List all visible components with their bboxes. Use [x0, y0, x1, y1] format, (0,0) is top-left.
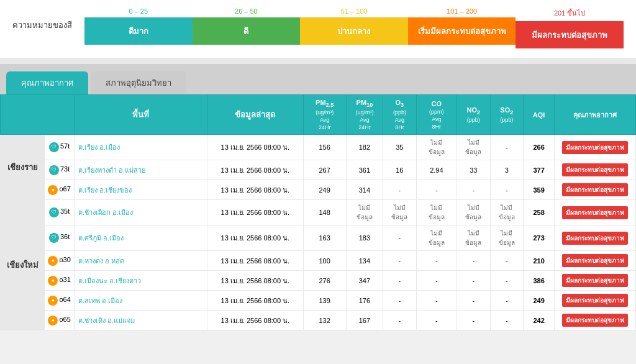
tab-item[interactable]: คุณภาพอากาศ	[6, 71, 88, 94]
quality-badge: มีผลกระทบต่อสุขภาพ	[562, 141, 628, 154]
aqi-cell: 258	[524, 200, 555, 225]
place-link[interactable]: ต.หางดง อ.หอด	[78, 257, 124, 265]
no-data: ไม่มีข้อมูล	[391, 204, 407, 221]
no-data: ไม่มีข้อมูล	[465, 204, 481, 221]
datetime-cell: 13 เม.ย. 2566 08:00 น.	[207, 311, 304, 330]
station-code: o31	[59, 276, 70, 283]
station-code: o64	[59, 296, 70, 303]
datetime-cell: 13 เม.ย. 2566 08:00 น.	[207, 291, 304, 311]
data-table: พื้นที่ ข้อมูลล่าสุด PM2.5(ug/m³)Avg24Hr…	[0, 94, 636, 330]
quality-badge: มีผลกระทบต่อสุขภาพ	[562, 274, 628, 287]
no-data: ไม่มีข้อมูล	[429, 204, 445, 221]
quality-badge: มีผลกระทบต่อสุขภาพ	[562, 254, 628, 267]
legend-range-label: 0 – 25	[129, 7, 148, 15]
table-row: เชียงราย🛡57tต.เรียง อ.เมือง13 เม.ย. 2566…	[1, 135, 636, 160]
station-icon: ●	[48, 256, 58, 266]
station-code: 57t	[60, 142, 70, 150]
table-row: 🛡73tต.เรียงทางดำ อ.แม่สาย13 เม.ย. 2566 0…	[1, 160, 636, 180]
station-code-cell: ●o64	[45, 291, 75, 311]
o3-cell: -	[383, 311, 417, 330]
place-cell[interactable]: ต.ศรีภูมิ อ.เมือง	[74, 225, 207, 251]
so2-cell: ไม่มีข้อมูล	[490, 225, 524, 251]
place-link[interactable]: ต.ช่างเดิง อ.แม่แจม	[78, 317, 135, 324]
datetime-cell: 13 เม.ย. 2566 08:00 น.	[207, 160, 304, 180]
pm25-cell: 267	[303, 160, 346, 180]
station-code-cell: 🛡57t	[45, 135, 75, 160]
datetime-cell: 13 เม.ย. 2566 08:00 น.	[207, 135, 304, 160]
legend-item: 201 ขึ้นไปมีผลกระทบต่อสุขภาพ	[516, 7, 624, 48]
quality-badge: มีผลกระทบต่อสุขภาพ	[562, 206, 628, 219]
station-code-cell: ●o67	[45, 180, 75, 200]
no2-cell: ไม่มีข้อมูล	[457, 135, 491, 160]
no2-cell: -	[457, 251, 491, 271]
place-link[interactable]: ต.เรียงทางดำ อ.แม่สาย	[78, 166, 145, 174]
no-data: ไม่มีข้อมูล	[499, 204, 515, 221]
aqi-cell: 242	[524, 311, 555, 330]
pm10-cell: 314	[346, 180, 383, 200]
header-co: CO(ppm)Avg8Hr	[416, 95, 457, 135]
place-link[interactable]: ต.สเทพ อ.เมือง	[78, 297, 122, 304]
header-place-name: พื้นที่	[74, 95, 207, 135]
place-cell[interactable]: ต.หางดง อ.หอด	[74, 251, 207, 271]
station-code: 35t	[60, 207, 70, 215]
co-cell: -	[416, 251, 457, 271]
station-code-cell: 🛡36t	[45, 225, 75, 251]
place-cell[interactable]: ต.ช้างเผือก อ.เมือง	[74, 200, 207, 225]
datetime-cell: 13 เม.ย. 2566 08:00 น.	[207, 271, 304, 291]
o3-cell: -	[383, 271, 417, 291]
legend-items: 0 – 25ดีมาก26 – 50ดี51 – 100ปานกลาง101 –…	[84, 7, 624, 48]
place-cell[interactable]: ต.สเทพ อ.เมือง	[74, 291, 207, 311]
station-code-cell: ●o31	[45, 271, 75, 291]
station-code-cell: ●o30	[45, 251, 75, 271]
header-o3: O3(ppb)Avg8Hr	[383, 95, 417, 135]
quality-cell: มีผลกระทบต่อสุขภาพ	[555, 225, 636, 251]
pm10-cell: 347	[346, 271, 383, 291]
place-link[interactable]: ต.เรียง อ.เมือง	[78, 143, 120, 151]
o3-cell: ไม่มีข้อมูล	[383, 200, 417, 225]
quality-cell: มีผลกระทบต่อสุขภาพ	[555, 271, 636, 291]
place-link[interactable]: ต.ช้างเผือก อ.เมือง	[78, 209, 133, 216]
pm10-cell: 134	[346, 251, 383, 271]
station-code-cell: 🛡73t	[45, 160, 75, 180]
aqi-cell: 377	[524, 160, 555, 180]
quality-cell: มีผลกระทบต่อสุขภาพ	[555, 251, 636, 271]
legend-item: 0 – 25ดีมาก	[84, 7, 193, 48]
pm25-cell: 249	[303, 180, 346, 200]
place-cell[interactable]: ต.เรียงทางดำ อ.แม่สาย	[74, 160, 207, 180]
datetime-cell: 13 เม.ย. 2566 08:00 น.	[207, 225, 304, 251]
no2-cell: -	[457, 291, 491, 311]
legend-range-label: 201 ขึ้นไป	[554, 7, 585, 19]
o3-cell: 16	[383, 160, 417, 180]
place-cell[interactable]: ต.เรียง อ.เชียงของ	[74, 180, 207, 200]
o3-cell: -	[383, 225, 417, 251]
place-link[interactable]: ต.เมืองนะ อ.เชียงดาว	[78, 277, 141, 284]
place-cell[interactable]: ต.เรียง อ.เมือง	[74, 135, 207, 160]
header-quality: คุณภาพอากาศ	[555, 95, 636, 135]
quality-cell: มีผลกระทบต่อสุขภาพ	[555, 135, 636, 160]
legend-color-box: เริ่มมีผลกระทบต่อสุขภาพ	[408, 17, 516, 45]
quality-badge: มีผลกระทบต่อสุขภาพ	[562, 314, 628, 327]
aqi-cell: 266	[524, 135, 555, 160]
region-cell: เชียงราย	[1, 135, 45, 200]
pm25-cell: 100	[303, 251, 346, 271]
so2-cell: -	[490, 180, 524, 200]
quality-badge: มีผลกระทบต่อสุขภาพ	[562, 294, 628, 307]
so2-cell: 3	[490, 160, 524, 180]
place-cell[interactable]: ต.เมืองนะ อ.เชียงดาว	[74, 271, 207, 291]
pm10-cell: 182	[346, 135, 383, 160]
no-data: ไม่มีข้อมูล	[429, 139, 445, 155]
station-code: o30	[59, 256, 70, 263]
place-link[interactable]: ต.เรียง อ.เชียงของ	[78, 186, 132, 194]
table-row: ●o67ต.เรียง อ.เชียงของ13 เม.ย. 2566 08:0…	[1, 180, 636, 200]
pm10-cell: 167	[346, 311, 383, 330]
pm10-cell: ไม่มีข้อมูล	[346, 200, 383, 225]
place-cell[interactable]: ต.ช่างเดิง อ.แม่แจม	[74, 311, 207, 330]
pm10-cell: 183	[346, 225, 383, 251]
pm25-cell: 276	[303, 271, 346, 291]
table-row: ●o30ต.หางดง อ.หอด13 เม.ย. 2566 08:00 น.1…	[1, 251, 636, 271]
aqi-cell: 210	[524, 251, 555, 271]
place-link[interactable]: ต.ศรีภูมิ อ.เมือง	[78, 234, 124, 242]
legend-range-label: 26 – 50	[235, 7, 258, 15]
tab-item[interactable]: สภาพอุตุนิยมวิทยา	[91, 71, 186, 94]
so2-cell: -	[490, 311, 524, 330]
